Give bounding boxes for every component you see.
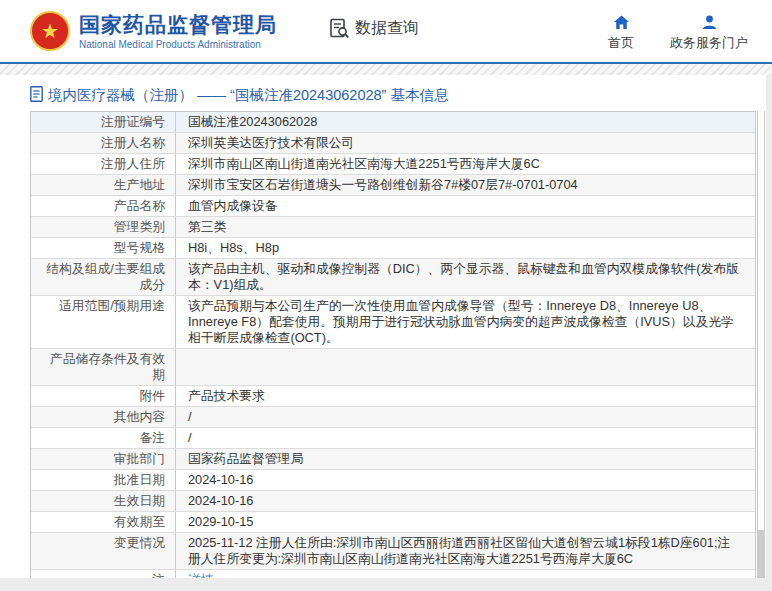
table-row: 注册人名称深圳英美达医疗技术有限公司 xyxy=(31,133,755,154)
row-label: 注册证编号 xyxy=(31,112,176,132)
page-scrollbar-track[interactable] xyxy=(766,75,772,591)
table-row: 产品储存条件及有效期 xyxy=(31,349,755,386)
row-label: 变更情况 xyxy=(31,533,176,569)
data-query-section[interactable]: 数据查询 xyxy=(329,18,419,39)
row-value: 该产品由主机、驱动和成像控制器（DIC）、两个显示器、鼠标键盘和血管内双模成像软… xyxy=(176,259,755,295)
row-label: 附件 xyxy=(31,386,176,406)
nav-portal-label: 政务服务门户 xyxy=(670,34,748,52)
table-row: 变更情况2025-11-12 注册人住所由:深圳市南山区西丽街道西丽社区留仙大道… xyxy=(31,533,755,570)
table-row: 产品名称血管内成像设备 xyxy=(31,196,755,217)
row-value: 深圳市南山区南山街道南光社区南海大道2251号西海岸大厦6C xyxy=(176,154,755,174)
org-title-cn: 国家药品监督管理局 xyxy=(79,13,277,37)
row-label: 产品名称 xyxy=(31,196,176,216)
row-label: 生产地址 xyxy=(31,175,176,195)
home-icon xyxy=(613,15,630,34)
row-label: 生效日期 xyxy=(31,491,176,511)
table-row: 型号规格H8i、H8s、H8p xyxy=(31,238,755,259)
table-row: 适用范围/预期用途该产品预期与本公司生产的一次性使用血管内成像导管（型号：Inn… xyxy=(31,296,755,349)
row-label: 适用范围/预期用途 xyxy=(31,296,176,348)
table-row: 生效日期2024-10-16 xyxy=(31,491,755,512)
row-value: 该产品预期与本公司生产的一次性使用血管内成像导管（型号：Innereye D8、… xyxy=(176,296,755,348)
table-row: 生产地址深圳市宝安区石岩街道塘头一号路创维创新谷7#楼07层7#-0701-07… xyxy=(31,175,755,196)
row-value: H8i、H8s、H8p xyxy=(176,238,755,258)
data-query-icon xyxy=(329,18,350,39)
row-label: 型号规格 xyxy=(31,238,176,258)
table-row: 结构及组成/主要组成成分该产品由主机、驱动和成像控制器（DIC）、两个显示器、鼠… xyxy=(31,259,755,296)
table-row: 注册证编号国械注准20243062028 xyxy=(31,112,755,133)
nav-home-label: 首页 xyxy=(608,34,634,52)
org-title-en: National Medical Products Administration xyxy=(79,39,277,50)
table-row: 批准日期2024-10-16 xyxy=(31,470,755,491)
table-row: 备注/ xyxy=(31,428,755,449)
page-bottom-band xyxy=(0,578,772,591)
hatch-stripe xyxy=(0,64,772,75)
user-icon xyxy=(702,15,717,34)
table-scrollbar[interactable] xyxy=(757,111,765,591)
row-label: 结构及组成/主要组成成分 xyxy=(31,259,176,295)
site-header: ★ 国家药品监督管理局 National Medical Products Ad… xyxy=(0,0,772,62)
row-value: 2024-10-16 xyxy=(176,470,755,490)
row-label: 注册人住所 xyxy=(31,154,176,174)
row-label: 注册人名称 xyxy=(31,133,176,153)
row-value: 深圳市宝安区石岩街道塘头一号路创维创新谷7#楼07层7#-0701-0704 xyxy=(176,175,755,195)
row-value: 血管内成像设备 xyxy=(176,196,755,216)
row-label: 批准日期 xyxy=(31,470,176,490)
row-value: / xyxy=(176,428,755,448)
row-value: 深圳英美达医疗技术有限公司 xyxy=(176,133,755,153)
table-row: 注册人住所深圳市南山区南山街道南光社区南海大道2251号西海岸大厦6C xyxy=(31,154,755,175)
row-value: 2029-10-15 xyxy=(176,512,755,532)
row-value: 产品技术要求 xyxy=(176,386,755,406)
national-emblem-icon: ★ xyxy=(30,11,70,51)
table-row: 管理类别第三类 xyxy=(31,217,755,238)
breadcrumb-text: 境内医疗器械（注册） —— “国械注准20243062028” 基本信息 xyxy=(48,86,448,105)
row-value: 国家药品监督管理局 xyxy=(176,449,755,469)
row-value: 2025-11-12 注册人住所由:深圳市南山区西丽街道西丽社区留仙大道创智云城… xyxy=(176,533,755,569)
row-value: 2024-10-16 xyxy=(176,491,755,511)
table-row: 其他内容/ xyxy=(31,407,755,428)
nav-portal[interactable]: 政务服务门户 xyxy=(670,15,748,52)
table-row: 有效期至2029-10-15 xyxy=(31,512,755,533)
table-row: 审批部门国家药品监督管理局 xyxy=(31,449,755,470)
row-label: 管理类别 xyxy=(31,217,176,237)
breadcrumb: 境内医疗器械（注册） —— “国械注准20243062028” 基本信息 xyxy=(30,75,772,111)
row-value xyxy=(176,349,755,385)
site-logo[interactable]: ★ 国家药品监督管理局 National Medical Products Ad… xyxy=(30,11,277,51)
row-label: 有效期至 xyxy=(31,512,176,532)
row-value: 第三类 xyxy=(176,217,755,237)
registration-info-table: 注册证编号国械注准20243062028注册人名称深圳英美达医疗技术有限公司注册… xyxy=(30,111,756,591)
row-label: 审批部门 xyxy=(31,449,176,469)
table-row: 附件产品技术要求 xyxy=(31,386,755,407)
row-label: 产品储存条件及有效期 xyxy=(31,349,176,385)
data-query-label: 数据查询 xyxy=(355,18,419,39)
row-label: 其他内容 xyxy=(31,407,176,427)
row-label: 备注 xyxy=(31,428,176,448)
row-value: / xyxy=(176,407,755,427)
row-value: 国械注准20243062028 xyxy=(176,112,755,132)
main-content: 境内医疗器械（注册） —— “国械注准20243062028” 基本信息 注册证… xyxy=(0,75,772,591)
nav-home[interactable]: 首页 xyxy=(608,15,634,52)
document-icon xyxy=(30,86,48,105)
